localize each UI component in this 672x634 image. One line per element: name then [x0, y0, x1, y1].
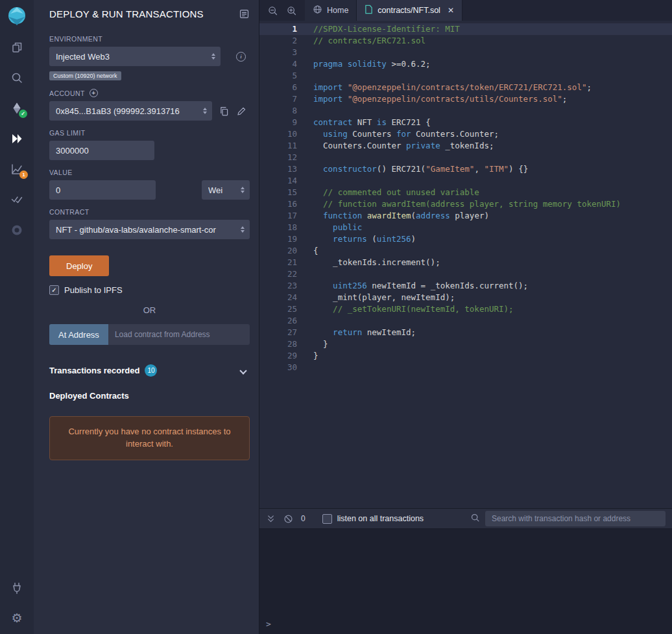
code-line[interactable]: 26 [259, 315, 672, 327]
code-line[interactable]: 28 } [259, 338, 672, 350]
network-badge: Custom (10920) network [49, 71, 121, 80]
line-number: 16 [259, 198, 297, 210]
value-unit-select[interactable]: Wei [202, 180, 250, 200]
unit-testing-icon[interactable] [10, 193, 24, 207]
zoom-out-icon[interactable] [267, 5, 278, 16]
code-line[interactable]: 11 Counters.Counter private _tokenIds; [259, 140, 672, 152]
code-line[interactable]: 13 constructor() ERC721("GameItem", "ITM… [259, 163, 672, 175]
deploy-run-icon[interactable] [10, 132, 24, 146]
code-token [313, 304, 333, 314]
code-line[interactable]: 16 // function awardItem(address player,… [259, 198, 672, 210]
code-token [342, 94, 348, 104]
code-line[interactable]: 3 [259, 47, 672, 58]
settings-gear-icon[interactable]: ⚙ [10, 611, 24, 625]
zoom-in-icon[interactable] [286, 5, 297, 16]
tab-home[interactable]: Home [305, 0, 357, 21]
code-line[interactable]: 18 public [259, 222, 672, 233]
code-line[interactable]: 24 _mint(player, newItemId); [259, 292, 672, 303]
gas-limit-field: GAS LIMIT [49, 129, 250, 160]
listen-all-label: listen on all transactions [337, 514, 424, 523]
solidity-compiler-icon[interactable]: ✓ [10, 101, 24, 115]
code-line[interactable]: 30 [259, 362, 672, 373]
contract-select[interactable]: NFT - github/ava-labs/avalanche-smart-co… [49, 220, 250, 239]
code-line[interactable]: 17 function awardItem(address player) [259, 210, 672, 222]
terminal-search-input[interactable] [485, 511, 666, 526]
line-number: 20 [259, 245, 297, 257]
copy-account-icon[interactable] [219, 106, 230, 117]
code-line[interactable]: 15 // commented out unused variable [259, 187, 672, 198]
value-input[interactable] [49, 180, 156, 200]
code-token: ; [586, 82, 592, 92]
terminal-toolbar: 0 listen on all transactions [259, 508, 672, 529]
code-line[interactable]: 25 // _setTokenURI(newItemId, tokenURI); [259, 303, 672, 315]
code-line[interactable]: 23 uint256 newItemId = _tokenIds.current… [259, 280, 672, 292]
search-icon[interactable] [10, 71, 24, 85]
code-line[interactable]: 7import "@openzeppelin/contracts/utils/C… [259, 93, 672, 105]
add-account-icon[interactable]: + [90, 89, 98, 97]
publish-ipfs-checkbox[interactable]: ✓ [49, 285, 59, 295]
code-editor[interactable]: 1//SPDX-License-Identifier: MIT2// contr… [259, 21, 672, 508]
line-number: 27 [259, 327, 297, 338]
code-line[interactable]: 1//SPDX-License-Identifier: MIT [259, 23, 672, 35]
code-text: } [297, 338, 328, 350]
code-token: player) [450, 211, 489, 220]
code-line[interactable]: 2// contracts/ERC721.sol [259, 35, 672, 47]
code-token: private [406, 141, 440, 150]
chevron-down-icon[interactable] [239, 367, 246, 374]
code-line[interactable]: 9contract NFT is ERC721 { [259, 117, 672, 128]
code-line[interactable]: 22 [259, 268, 672, 280]
code-token: using [323, 129, 348, 139]
code-token: , [474, 164, 484, 174]
code-text: { [297, 245, 318, 257]
at-address-input[interactable] [108, 324, 250, 345]
remix-logo-icon[interactable] [6, 5, 28, 27]
listen-all-checkbox[interactable] [322, 514, 332, 524]
clear-terminal-icon[interactable] [283, 514, 293, 524]
collapse-terminal-icon[interactable] [266, 514, 276, 524]
code-line[interactable]: 21 _tokenIds.increment(); [259, 257, 672, 268]
code-line[interactable]: 6import "@openzeppelin/contracts/token/E… [259, 82, 672, 93]
code-line[interactable]: 14 [259, 175, 672, 187]
code-token: "GameItem" [426, 164, 474, 174]
code-token: NFT [352, 117, 377, 127]
plugin-manager-icon[interactable] [10, 581, 24, 595]
value-unit: Wei [208, 185, 237, 195]
code-text: using Counters for Counters.Counter; [297, 128, 499, 140]
account-select[interactable]: 0x845...B1aB3 (999992.3913716 [49, 101, 212, 121]
edit-account-icon[interactable] [236, 106, 247, 117]
gas-limit-input[interactable] [49, 141, 154, 160]
environment-field: ENVIRONMENT Injected Web3 i Custom (1092… [49, 35, 250, 80]
code-line[interactable]: 20{ [259, 245, 672, 257]
code-line[interactable]: 4pragma solidity >=0.6.2; [259, 58, 672, 70]
code-line[interactable]: 10 using Counters for Counters.Counter; [259, 128, 672, 140]
transactions-recorded-row[interactable]: Transactions recorded 10 [49, 364, 250, 377]
select-stepper-icon [241, 187, 245, 193]
code-line[interactable]: 5 [259, 70, 672, 82]
code-line[interactable]: 27 return newItemId; [259, 327, 672, 338]
code-line[interactable]: 12 [259, 152, 672, 163]
transactions-count-badge: 10 [145, 364, 157, 377]
line-number: 9 [259, 117, 297, 128]
line-number: 6 [259, 82, 297, 93]
code-token: function [323, 211, 362, 220]
tab-nft-sol[interactable]: contracts/NFT.sol ✕ [357, 0, 462, 21]
at-address-button[interactable]: At Address [49, 324, 108, 345]
code-line[interactable]: 8 [259, 105, 672, 117]
code-line[interactable]: 19 returns (uint256) [259, 233, 672, 245]
code-token [313, 199, 323, 209]
line-number: 13 [259, 163, 297, 175]
close-tab-icon[interactable]: ✕ [448, 6, 454, 15]
static-analysis-icon[interactable]: 1 [10, 162, 24, 176]
code-token: newItemId; [362, 327, 416, 337]
code-line[interactable]: 29} [259, 350, 672, 362]
terminal-output[interactable]: > [259, 529, 672, 634]
file-explorer-icon[interactable] [10, 40, 24, 54]
deploy-button[interactable]: Deploy [49, 255, 109, 276]
debugger-icon[interactable] [10, 223, 24, 237]
terminal-prompt: > [266, 619, 271, 629]
code-token: awardItem [367, 211, 411, 220]
plugin-doc-icon[interactable] [239, 8, 250, 19]
code-token [313, 281, 333, 290]
environment-select[interactable]: Injected Web3 [49, 47, 221, 66]
environment-info-icon[interactable]: i [236, 52, 246, 62]
